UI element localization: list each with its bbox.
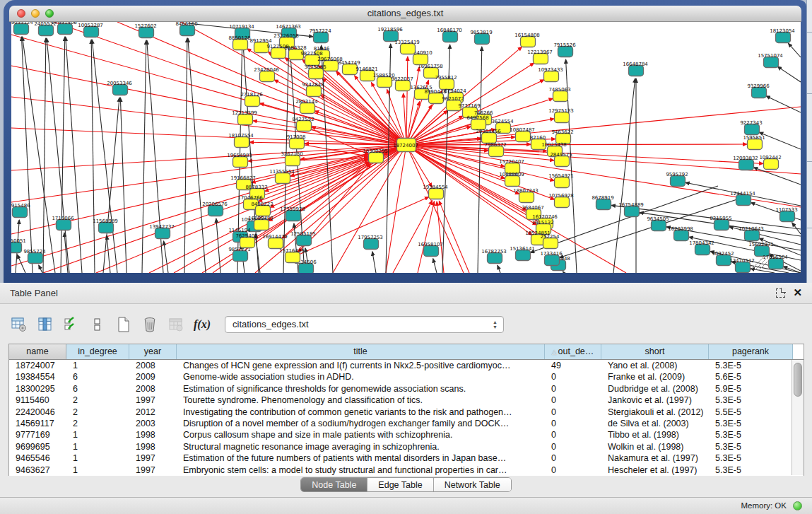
graph-edge[interactable] [66,37,82,273]
column-header-indegree[interactable]: in_degree [66,344,129,359]
table-cell[interactable]: Franke et al. (2009) [601,371,709,382]
table-cell[interactable]: 1 [66,452,129,464]
graph-edge[interactable] [498,265,500,273]
column-header-year[interactable]: year [129,344,177,359]
graph-edge[interactable] [478,47,482,273]
table-cell[interactable]: 0 [545,407,601,418]
graph-edge[interactable] [92,40,117,273]
graph-edge[interactable] [61,37,65,273]
table-cell[interactable]: 1 [66,360,129,371]
tab-network-table[interactable]: Network Table [434,478,511,491]
table-cell[interactable]: Jankovic et al. (1997) [601,395,709,406]
table-cell[interactable]: 18300295 [9,383,66,395]
table-cell[interactable]: Wolkin et al. (1998) [601,441,709,452]
table-cell[interactable]: 0 [545,429,601,440]
table-cell[interactable]: 5.3E-5 [709,441,793,452]
graph-edge[interactable] [184,38,187,273]
table-cell[interactable]: 5.5E-5 [709,407,793,418]
graph-edge[interactable] [142,40,146,273]
graph-edge[interactable] [753,168,801,185]
table-row[interactable]: 1872400712008Changes of HCN gene express… [9,360,804,371]
function-builder-icon[interactable]: f(x) [193,315,211,334]
table-cell[interactable]: 2008 [129,360,177,371]
graph-edge[interactable] [11,128,406,145]
table-cell[interactable]: Disruption of a novel member of a sodium… [177,418,545,429]
graph-edge[interactable] [11,35,406,145]
table-vertical-scrollbar[interactable] [792,360,804,475]
table-cell[interactable]: 6 [66,383,129,395]
memory-status-indicator[interactable] [793,501,802,510]
table-cell[interactable]: 1997 [129,465,177,476]
table-cell[interactable]: 5.3E-5 [709,452,793,464]
column-header-title[interactable]: title [177,344,545,359]
table-cell[interactable]: 9699695 [9,441,66,452]
table-cell[interactable]: 1 [66,465,129,476]
graph-edge[interactable] [216,218,220,273]
graph-edge[interactable] [164,241,168,273]
merge-rows-icon[interactable] [88,315,107,334]
table-cell[interactable]: 0 [545,452,601,464]
table-cell[interactable]: Structural magnetic resonance image aver… [177,441,545,452]
graph-edge[interactable] [11,145,406,170]
table-row[interactable]: 969969511998Structural magnetic resonanc… [9,441,804,452]
table-cell[interactable]: 0 [545,418,601,429]
table-cell[interactable]: 9463627 [9,465,66,476]
table-cell[interactable]: 18724007 [9,360,66,371]
graph-edge[interactable] [613,78,635,273]
graph-edge[interactable] [188,38,206,273]
table-cell[interactable]: 5.9E-5 [709,383,793,395]
graph-edge[interactable] [563,271,564,273]
table-cell[interactable]: 0 [545,441,601,452]
table-cell[interactable]: 49 [545,360,601,371]
table-cell[interactable]: 1997 [129,452,177,464]
table-cell[interactable]: Changes of HCN gene expression and I(f) … [177,360,545,371]
table-cell[interactable]: 5.3E-5 [709,465,793,476]
table-selector-dropdown[interactable]: citations_edges.txt ▲▼ [225,316,504,333]
table-cell[interactable]: Genome-wide association studies in ADHD. [177,371,545,382]
table-cell[interactable]: 5.3E-5 [709,418,793,429]
table-cell[interactable]: Yano et al. (2008) [601,360,709,371]
graph-edge[interactable] [321,95,406,145]
table-cell[interactable]: 2 [66,407,129,418]
table-cell[interactable]: 9777169 [9,429,66,440]
table-cell[interactable]: 2 [66,395,129,406]
graph-edge[interactable] [559,199,739,258]
table-row[interactable]: 946554611997Estimation of the future num… [9,452,804,464]
column-header-pagerank[interactable]: pagerank [709,344,793,359]
graph-edge[interactable] [293,197,429,257]
tab-node-table[interactable]: Node Table [301,478,367,491]
graph-edge[interactable] [91,40,95,273]
column-header-name[interactable]: name [9,344,66,359]
table-cell[interactable]: 5.3E-5 [709,360,793,371]
table-row[interactable]: 1830029562008Estimation of significance … [9,383,804,395]
table-cell[interactable]: Nakamura et al. (1997) [601,452,709,464]
table-cell[interactable]: Stergiakouli et al. (2012) [601,407,709,418]
table-row[interactable]: 1938455462009Genome-wide association stu… [9,371,804,382]
graph-edge[interactable] [406,145,763,163]
table-row[interactable]: 946362711997Embryonic stem cells: a mode… [9,465,804,476]
tab-edge-table[interactable]: Edge Table [367,478,433,491]
table-cell[interactable]: Investigating the contribution of common… [177,407,545,418]
table-cell[interactable]: 1 [66,441,129,452]
table-row[interactable]: 977716911998Corpus callosum shape and si… [9,429,804,440]
table-cell[interactable]: 9115460 [9,395,66,406]
select-columns-icon[interactable] [62,315,81,334]
graph-edge[interactable] [39,265,42,273]
table-cell[interactable]: 1998 [129,429,177,440]
table-cell[interactable]: 0 [545,395,601,406]
table-cell[interactable]: Tibbo et al. (1998) [601,429,709,440]
table-cell[interactable]: Estimation of significance thresholds fo… [177,383,545,395]
graph-edge[interactable] [107,235,110,273]
table-cell[interactable]: 19384554 [9,371,66,382]
column-visibility-icon[interactable] [36,315,54,334]
table-cell[interactable]: 14569117 [9,418,66,429]
table-cell[interactable]: 2008 [129,383,177,395]
table-cell[interactable]: 0 [545,465,601,476]
table-cell[interactable]: de Silva et al. (2003) [601,418,709,429]
table-row[interactable]: 1456911722003Disruption of a novel membe… [9,418,804,429]
delete-icon[interactable] [141,315,159,334]
table-cell[interactable]: 1 [66,429,129,440]
table-cell[interactable]: Corpus callosum shape and size in male p… [177,429,545,440]
float-panel-icon[interactable] [776,288,785,298]
table-cell[interactable]: 1997 [129,395,177,406]
